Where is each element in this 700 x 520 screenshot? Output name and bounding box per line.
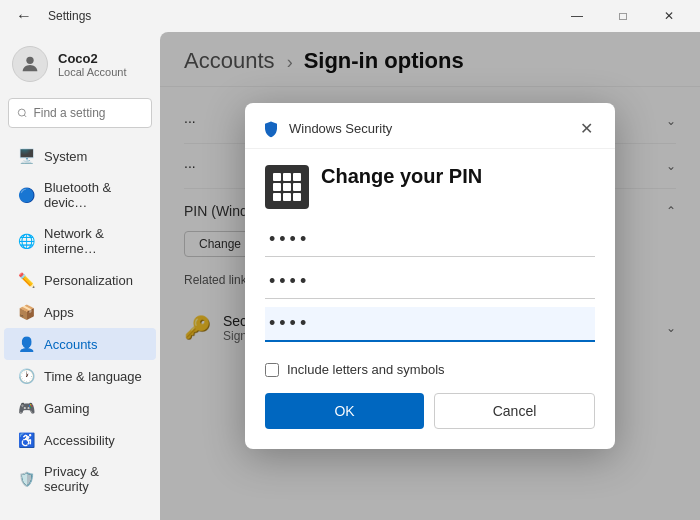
sidebar-item-system[interactable]: 🖥️ System bbox=[4, 140, 156, 172]
user-info: Coco2 Local Account bbox=[58, 51, 127, 78]
maximize-button[interactable]: □ bbox=[600, 0, 646, 32]
title-bar-title: Settings bbox=[48, 9, 91, 23]
user-subtitle: Local Account bbox=[58, 66, 127, 78]
new-pin-input[interactable] bbox=[265, 265, 595, 299]
bluetooth-icon: 🔵 bbox=[18, 187, 34, 203]
svg-line-2 bbox=[24, 115, 26, 117]
sidebar-item-label: Accounts bbox=[44, 337, 97, 352]
minimize-button[interactable]: — bbox=[554, 0, 600, 32]
title-bar-left: ← Settings bbox=[8, 3, 91, 29]
confirm-pin-row bbox=[265, 307, 595, 342]
new-pin-row bbox=[265, 265, 595, 299]
sidebar-item-label: Gaming bbox=[44, 401, 90, 416]
network-icon: 🌐 bbox=[18, 233, 34, 249]
dialog-overlay: Windows Security ✕ bbox=[160, 32, 700, 520]
search-icon bbox=[17, 107, 27, 119]
sidebar-item-label: Accessibility bbox=[44, 433, 115, 448]
main-content: Accounts › Sign-in options ··· ⌄ ··· ⌄ P… bbox=[160, 32, 700, 520]
sidebar-item-label: Apps bbox=[44, 305, 74, 320]
sidebar-item-personalization[interactable]: ✏️ Personalization bbox=[4, 264, 156, 296]
time-icon: 🕐 bbox=[18, 368, 34, 384]
dialog-header-left: Windows Security bbox=[261, 119, 392, 139]
search-box[interactable] bbox=[8, 98, 152, 128]
sidebar-item-privacy[interactable]: 🛡️ Privacy & security bbox=[4, 456, 156, 502]
dialog-app-name: Windows Security bbox=[289, 121, 392, 136]
pin-keypad-icon bbox=[265, 165, 309, 209]
sidebar-item-label: Privacy & security bbox=[44, 464, 142, 494]
confirm-pin-input[interactable] bbox=[265, 307, 595, 342]
sidebar-item-label: Time & language bbox=[44, 369, 142, 384]
shield-icon bbox=[261, 119, 281, 139]
sidebar-item-label: Personalization bbox=[44, 273, 133, 288]
sidebar-item-apps[interactable]: 📦 Apps bbox=[4, 296, 156, 328]
apps-icon: 📦 bbox=[18, 304, 34, 320]
user-section: Coco2 Local Account bbox=[0, 36, 160, 98]
sidebar-item-accessibility[interactable]: ♿ Accessibility bbox=[4, 424, 156, 456]
avatar bbox=[12, 46, 48, 82]
old-pin-input[interactable] bbox=[265, 223, 595, 257]
checkbox-label: Include letters and symbols bbox=[287, 362, 445, 377]
checkbox-row: Include letters and symbols bbox=[265, 362, 595, 377]
dialog-footer: OK Cancel bbox=[265, 393, 595, 429]
sidebar-item-label: Network & interne… bbox=[44, 226, 142, 256]
sidebar-item-network[interactable]: 🌐 Network & interne… bbox=[4, 218, 156, 264]
change-pin-dialog: Windows Security ✕ bbox=[245, 103, 615, 449]
svg-point-0 bbox=[26, 57, 33, 64]
accounts-icon: 👤 bbox=[18, 336, 34, 352]
dialog-close-button[interactable]: ✕ bbox=[574, 117, 599, 140]
close-button[interactable]: ✕ bbox=[646, 0, 692, 32]
dialog-header: Windows Security ✕ bbox=[245, 103, 615, 149]
accessibility-icon: ♿ bbox=[18, 432, 34, 448]
svg-point-1 bbox=[18, 109, 25, 116]
cancel-button[interactable]: Cancel bbox=[434, 393, 595, 429]
title-bar: ← Settings — □ ✕ bbox=[0, 0, 700, 32]
sidebar-item-accounts[interactable]: 👤 Accounts bbox=[4, 328, 156, 360]
sidebar-item-label: Bluetooth & devic… bbox=[44, 180, 142, 210]
ok-button[interactable]: OK bbox=[265, 393, 424, 429]
privacy-icon: 🛡️ bbox=[18, 471, 34, 487]
old-pin-row bbox=[265, 223, 595, 257]
system-icon: 🖥️ bbox=[18, 148, 34, 164]
dialog-body: Change your PIN bbox=[245, 149, 615, 449]
personalization-icon: ✏️ bbox=[18, 272, 34, 288]
sidebar-item-time[interactable]: 🕐 Time & language bbox=[4, 360, 156, 392]
title-bar-controls: — □ ✕ bbox=[554, 0, 692, 32]
pin-fields bbox=[265, 223, 595, 350]
app-body: Coco2 Local Account 🖥️ System 🔵 Bluetoot… bbox=[0, 32, 700, 520]
sidebar: Coco2 Local Account 🖥️ System 🔵 Bluetoot… bbox=[0, 32, 160, 520]
user-name: Coco2 bbox=[58, 51, 127, 66]
dialog-title-heading: Change your PIN bbox=[321, 165, 595, 188]
search-input[interactable] bbox=[33, 106, 143, 120]
sidebar-item-bluetooth[interactable]: 🔵 Bluetooth & devic… bbox=[4, 172, 156, 218]
sidebar-item-gaming[interactable]: 🎮 Gaming bbox=[4, 392, 156, 424]
gaming-icon: 🎮 bbox=[18, 400, 34, 416]
back-button[interactable]: ← bbox=[8, 3, 40, 29]
sidebar-item-label: System bbox=[44, 149, 87, 164]
include-letters-checkbox[interactable] bbox=[265, 363, 279, 377]
